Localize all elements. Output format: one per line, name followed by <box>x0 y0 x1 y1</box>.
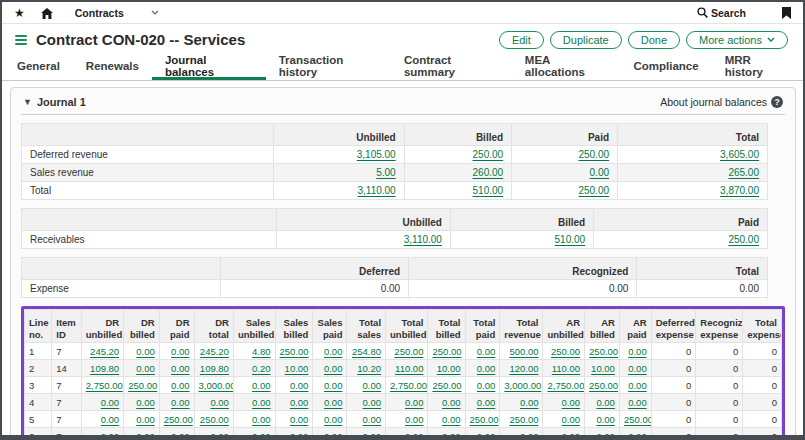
amount-link[interactable]: 0.00 <box>210 397 229 408</box>
amount-link[interactable]: 10.00 <box>437 363 461 374</box>
amount-link[interactable]: 250.00 <box>551 346 580 357</box>
amount-link[interactable]: 250.00 <box>470 414 499 425</box>
tab-journal-balances[interactable]: Journal balances <box>152 55 266 80</box>
amount-link[interactable]: 0.00 <box>405 414 424 425</box>
amount-link[interactable]: 0.00 <box>596 414 615 425</box>
amount-link[interactable]: 0.20 <box>252 363 271 374</box>
tab-renewals[interactable]: Renewals <box>73 55 152 80</box>
amount-link[interactable]: 250.00 <box>509 414 538 425</box>
amount-link[interactable]: 0.00 <box>136 414 155 425</box>
duplicate-button[interactable]: Duplicate <box>550 31 622 49</box>
amount-link[interactable]: 0.00 <box>596 431 615 440</box>
more-actions-button[interactable]: More actions <box>686 31 788 49</box>
amount-link[interactable]: 0.00 <box>252 431 271 440</box>
amount-link[interactable]: 0.00 <box>252 397 271 408</box>
amount-link[interactable]: 0.00 <box>363 414 382 425</box>
amount-link[interactable]: 250.00 <box>200 414 229 425</box>
amount-link[interactable]: 110.00 <box>552 363 580 374</box>
amount-link[interactable]: 0.00 <box>562 414 581 425</box>
amount-link[interactable]: 0.00 <box>628 397 647 408</box>
amount-link[interactable]: 10.00 <box>285 363 309 374</box>
amount-link[interactable]: 0.00 <box>171 363 190 374</box>
amount-link[interactable]: 0.00 <box>363 397 382 408</box>
amount-link[interactable]: 0.00 <box>628 380 647 391</box>
amount-link[interactable]: 0.00 <box>136 363 155 374</box>
amount-link[interactable]: 0.00 <box>171 431 190 440</box>
amount-link[interactable]: 250.00 <box>432 346 461 357</box>
amount-link[interactable]: 3,000.00 <box>199 380 234 391</box>
amount-link[interactable]: 0.00 <box>171 380 190 391</box>
amount-link[interactable]: 0.00 <box>171 346 190 357</box>
collapse-chevron-icon[interactable]: ▼ <box>23 97 32 107</box>
amount-link[interactable]: 3,110.00 <box>358 185 396 196</box>
amount-link[interactable]: 0.00 <box>405 397 424 408</box>
amount-link[interactable]: 0.00 <box>477 346 496 357</box>
amount-link[interactable]: 0.00 <box>628 363 647 374</box>
amount-link[interactable]: 250.00 <box>589 380 618 391</box>
amount-link[interactable]: 250.00 <box>164 414 193 425</box>
amount-link[interactable]: 0.00 <box>363 380 382 391</box>
amount-link[interactable]: 500.00 <box>509 346 538 357</box>
amount-link[interactable]: 0.00 <box>324 346 343 357</box>
amount-link[interactable]: 0.00 <box>596 397 615 408</box>
amount-link[interactable]: 265.00 <box>728 167 759 178</box>
amount-link[interactable]: 250.00 <box>578 149 609 160</box>
amount-link[interactable]: 0.00 <box>324 363 343 374</box>
amount-link[interactable]: 0.00 <box>290 380 309 391</box>
tab-contract-summary[interactable]: Contract summary <box>391 55 512 80</box>
tab-mrr-history[interactable]: MRR history <box>712 55 801 80</box>
amount-link[interactable]: 0.00 <box>252 380 271 391</box>
amount-link[interactable]: 0.00 <box>252 414 271 425</box>
amount-link[interactable]: 0.00 <box>324 431 343 440</box>
amount-link[interactable]: 4.80 <box>252 346 271 357</box>
amount-link[interactable]: 0.00 <box>136 346 155 357</box>
amount-link[interactable]: 2,750.00 <box>390 380 427 391</box>
module-selector[interactable]: Contracts <box>75 7 159 19</box>
amount-link[interactable]: 0.00 <box>590 167 609 178</box>
tab-transaction-history[interactable]: Transaction history <box>266 55 391 80</box>
amount-link[interactable]: 250.00 <box>432 380 461 391</box>
tab-general[interactable]: General <box>4 55 73 80</box>
amount-link[interactable]: 250.00 <box>589 346 618 357</box>
amount-link[interactable]: 0.00 <box>324 397 343 408</box>
amount-link[interactable]: 0.00 <box>136 397 155 408</box>
amount-link[interactable]: 109.80 <box>90 363 119 374</box>
amount-link[interactable]: 245.20 <box>90 346 119 357</box>
help-icon[interactable]: ? <box>771 96 783 108</box>
amount-link[interactable]: 0.00 <box>442 431 461 440</box>
amount-link[interactable]: 0.00 <box>290 414 309 425</box>
amount-link[interactable]: 0.00 <box>477 431 496 440</box>
amount-link[interactable]: 0.00 <box>324 380 343 391</box>
done-button[interactable]: Done <box>628 31 680 49</box>
amount-link[interactable]: 0.00 <box>290 431 309 440</box>
amount-link[interactable]: 0.00 <box>628 346 647 357</box>
amount-link[interactable]: 0.00 <box>363 431 382 440</box>
amount-link[interactable]: 5.00 <box>376 167 395 178</box>
amount-link[interactable]: 0.00 <box>442 397 461 408</box>
amount-link[interactable]: 110.00 <box>395 363 423 374</box>
amount-link[interactable]: 0.00 <box>477 380 496 391</box>
amount-link[interactable]: 0.00 <box>628 431 647 440</box>
amount-link[interactable]: 3,105.00 <box>357 149 396 160</box>
amount-link[interactable]: 0.00 <box>101 431 120 440</box>
amount-link[interactable]: 250.00 <box>624 414 651 425</box>
amount-link[interactable]: 260.00 <box>473 167 504 178</box>
amount-link[interactable]: 254.80 <box>352 346 381 357</box>
amount-link[interactable]: 10.00 <box>591 363 615 374</box>
amount-link[interactable]: 120.00 <box>509 363 538 374</box>
amount-link[interactable]: 10.20 <box>357 363 381 374</box>
amount-link[interactable]: 0.00 <box>405 431 424 440</box>
amount-link[interactable]: 250.00 <box>728 234 759 245</box>
record-list-icon[interactable] <box>15 35 27 45</box>
amount-link[interactable]: 3,110.00 <box>404 234 442 245</box>
amount-link[interactable]: 0.00 <box>101 397 120 408</box>
amount-link[interactable]: 0.00 <box>136 431 155 440</box>
amount-link[interactable]: 2,750.00 <box>547 380 584 391</box>
favorite-star-icon[interactable]: ★ <box>14 7 25 19</box>
amount-link[interactable]: 250.00 <box>473 149 504 160</box>
amount-link[interactable]: 0.00 <box>290 397 309 408</box>
amount-link[interactable]: 250.00 <box>280 346 309 357</box>
amount-link[interactable]: 510.00 <box>473 185 504 196</box>
amount-link[interactable]: 0.00 <box>520 397 539 408</box>
amount-link[interactable]: 245.20 <box>200 346 229 357</box>
